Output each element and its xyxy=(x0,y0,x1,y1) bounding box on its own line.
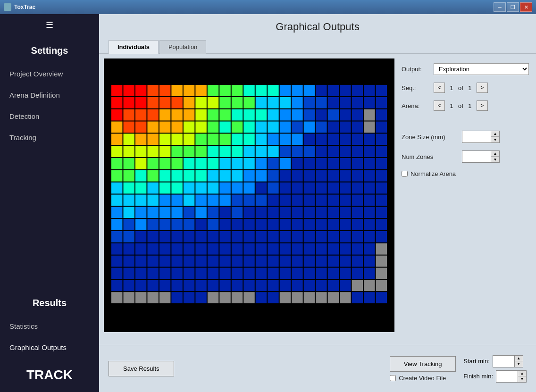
start-min-label: Start min: xyxy=(463,358,490,365)
start-min-btns: ▲ ▼ xyxy=(514,356,523,367)
titlebar-controls[interactable]: ─ ❐ ✕ xyxy=(494,2,532,12)
seq-prev-button[interactable]: < xyxy=(434,83,445,93)
start-min-down-button[interactable]: ▼ xyxy=(514,361,523,367)
finish-min-btns: ▲ ▼ xyxy=(518,371,526,382)
arena-current: 1 xyxy=(447,102,456,109)
app-container: ☰ Settings Project Overview Arena Defini… xyxy=(0,14,536,392)
zone-size-down-button[interactable]: ▼ xyxy=(491,137,499,142)
output-select[interactable]: Exploration Distance Speed Heatmap xyxy=(434,63,529,75)
normalize-checkbox[interactable] xyxy=(402,171,408,177)
output-label: Output: xyxy=(402,66,430,73)
create-video-checkbox[interactable] xyxy=(390,375,396,381)
track-button[interactable]: TRACK xyxy=(0,358,99,392)
app-icon xyxy=(4,3,11,11)
normalize-row: Normalize Arena xyxy=(402,170,529,177)
arena-total: 1 xyxy=(465,102,475,109)
view-tracking-button[interactable]: View Tracking xyxy=(390,356,456,372)
finish-min-input[interactable]: 8 xyxy=(496,372,518,381)
sidebar-item-project-overview[interactable]: Project Overview xyxy=(0,63,99,84)
app-title: ToxTrac xyxy=(14,4,35,10)
finish-min-spinner: 8 ▲ ▼ xyxy=(496,370,527,383)
finish-min-label: Finish min: xyxy=(463,373,493,380)
create-video-label: Create Video File xyxy=(399,375,446,382)
content-area: Graphical Outputs Individuals Population xyxy=(99,14,536,392)
finish-min-down-button[interactable]: ▼ xyxy=(518,376,526,382)
heatmap-container xyxy=(104,58,394,332)
bottom-bar: Save Results View Tracking Create Video … xyxy=(99,345,536,392)
num-zones-row: Num Zones 30 ▲ ▼ xyxy=(402,150,529,163)
num-zones-input[interactable]: 30 xyxy=(462,152,491,161)
start-min-up-button[interactable]: ▲ xyxy=(514,356,523,361)
sidebar: ☰ Settings Project Overview Arena Defini… xyxy=(0,14,99,392)
bottom-right: View Tracking Create Video File Start mi… xyxy=(390,355,527,383)
sidebar-item-statistics[interactable]: Statistics xyxy=(0,316,99,337)
titlebar-left: ToxTrac xyxy=(4,3,35,11)
main-panel: Output: Exploration Distance Speed Heatm… xyxy=(99,54,536,345)
sidebar-item-arena-definition[interactable]: Arena Definition xyxy=(0,84,99,106)
page-title: Graphical Outputs xyxy=(99,14,536,40)
num-zones-up-button[interactable]: ▲ xyxy=(491,151,499,157)
results-section-title: Results xyxy=(0,288,99,316)
close-button[interactable]: ✕ xyxy=(520,2,532,12)
sidebar-item-detection[interactable]: Detection xyxy=(0,106,99,127)
seq-label: Seq.: xyxy=(402,84,430,92)
start-min-spinner: 0 ▲ ▼ xyxy=(493,355,523,367)
restore-button[interactable]: ❐ xyxy=(507,2,519,12)
titlebar: ToxTrac ─ ❐ ✕ xyxy=(0,0,536,14)
sidebar-item-tracking[interactable]: Tracking xyxy=(0,127,99,148)
save-results-button[interactable]: Save Results xyxy=(109,361,174,376)
seq-current: 1 xyxy=(447,84,456,92)
output-row: Output: Exploration Distance Speed Heatm… xyxy=(402,63,529,75)
zone-size-up-button[interactable]: ▲ xyxy=(491,131,499,137)
tab-population[interactable]: Population xyxy=(159,40,206,54)
seq-row: Seq.: < 1 of 1 > xyxy=(402,83,529,93)
min-controls: Start min: 0 ▲ ▼ Finish min: 8 xyxy=(463,355,527,383)
zone-size-spinner: 60 ▲ ▼ xyxy=(462,131,500,143)
zone-size-input[interactable]: 60 xyxy=(462,133,491,142)
arena-prev-button[interactable]: < xyxy=(434,100,445,111)
minimize-button[interactable]: ─ xyxy=(494,2,506,12)
heatmap-canvas xyxy=(104,58,394,332)
arena-of: of xyxy=(458,102,463,109)
normalize-label: Normalize Arena xyxy=(410,170,456,177)
zone-size-spinner-btns: ▲ ▼ xyxy=(491,131,499,142)
arena-next-button[interactable]: > xyxy=(477,100,488,111)
num-zones-label: Num Zones xyxy=(402,153,458,160)
num-zones-spinner: 30 ▲ ▼ xyxy=(462,150,500,163)
zone-size-label: Zone Size (mm) xyxy=(402,133,458,141)
start-min-input[interactable]: 0 xyxy=(493,357,514,366)
num-zones-spinner-btns: ▲ ▼ xyxy=(491,151,499,162)
seq-next-button[interactable]: > xyxy=(477,83,488,93)
arena-row: Arena: < 1 of 1 > xyxy=(402,100,529,111)
seq-of: of xyxy=(458,84,463,92)
settings-section-title: Settings xyxy=(0,36,99,63)
seq-total: 1 xyxy=(465,84,475,92)
arena-label: Arena: xyxy=(402,102,430,109)
controls-panel: Output: Exploration Distance Speed Heatm… xyxy=(399,58,531,340)
create-video-row: Create Video File xyxy=(390,375,456,382)
sidebar-item-graphical-outputs[interactable]: Graphical Outputs xyxy=(0,337,99,358)
tab-individuals[interactable]: Individuals xyxy=(109,40,159,54)
seq-nav: < 1 of 1 > xyxy=(434,83,488,93)
finish-min-row: Finish min: 8 ▲ ▼ xyxy=(463,370,527,383)
start-min-row: Start min: 0 ▲ ▼ xyxy=(463,355,527,367)
menu-button[interactable]: ☰ xyxy=(0,14,99,36)
zone-size-row: Zone Size (mm) 60 ▲ ▼ xyxy=(402,131,529,143)
tabs-bar: Individuals Population xyxy=(99,40,536,54)
num-zones-down-button[interactable]: ▼ xyxy=(491,157,499,162)
arena-nav: < 1 of 1 > xyxy=(434,100,488,111)
finish-min-up-button[interactable]: ▲ xyxy=(518,371,526,376)
